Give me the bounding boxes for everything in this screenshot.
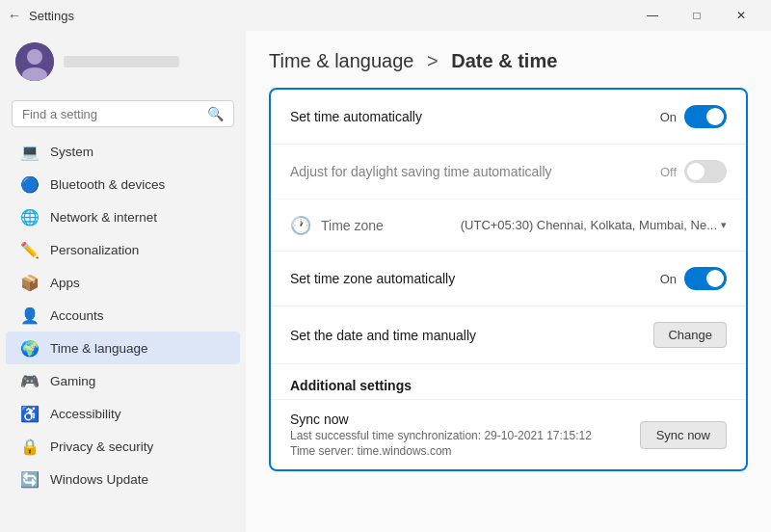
sidebar-item-apps[interactable]: 📦 Apps [6, 266, 240, 299]
sidebar-item-label-apps: Apps [50, 276, 80, 290]
sync-info: Sync now Last successful time synchroniz… [290, 412, 592, 458]
sidebar-item-network[interactable]: 🌐 Network & internet [6, 200, 240, 233]
timezone-label: Time zone [321, 218, 384, 233]
sidebar-item-time[interactable]: 🌍 Time & language [6, 332, 240, 364]
network-icon: 🌐 [21, 208, 39, 226]
sidebar-item-system[interactable]: 💻 System [6, 135, 240, 168]
update-icon: 🔄 [21, 470, 39, 488]
sidebar-item-label-accessibility: Accessibility [50, 407, 121, 421]
content-area: Time & language > Date & time Set time a… [246, 31, 771, 532]
timezone-value-text: (UTC+05:30) Chennai, Kolkata, Mumbai, Ne… [461, 218, 717, 232]
sync-title: Sync now [290, 412, 592, 427]
privacy-icon: 🔒 [21, 438, 39, 455]
toggle-knob-3 [706, 270, 724, 287]
timezone-icon: 🕐 [290, 215, 311, 236]
set-timezone-auto-label: Set time zone automatically [290, 271, 455, 286]
set-time-auto-right: On [652, 105, 727, 128]
sidebar-item-personalization[interactable]: ✏️ Personalization [6, 233, 240, 266]
set-time-auto-row: Set time automatically On [271, 90, 746, 145]
search-input[interactable] [22, 107, 201, 121]
back-icon[interactable]: ← [8, 8, 21, 23]
sidebar-item-label-system: System [50, 145, 93, 159]
app-title: Settings [29, 9, 74, 23]
user-profile [0, 31, 246, 93]
titlebar: ← Settings — □ ✕ [0, 0, 771, 31]
titlebar-left: ← Settings [8, 8, 74, 23]
set-time-auto-label: Set time automatically [290, 109, 422, 124]
set-timezone-auto-row: Set time zone automatically On [271, 252, 746, 306]
daylight-saving-right: Off [652, 160, 727, 183]
set-time-auto-toggle-label: On [652, 110, 677, 124]
settings-card: Set time automatically On Adjust for day… [269, 88, 748, 471]
daylight-saving-toggle[interactable] [684, 160, 727, 183]
apps-icon: 📦 [21, 274, 39, 291]
set-time-auto-toggle[interactable] [684, 105, 727, 128]
timezone-left: 🕐 Time zone [290, 215, 384, 236]
set-timezone-auto-toggle[interactable] [684, 267, 727, 290]
sidebar-item-label-accounts: Accounts [50, 308, 104, 323]
close-button[interactable]: ✕ [719, 0, 763, 31]
set-date-manual-right: Change [653, 322, 727, 348]
additional-settings-header: Additional settings [271, 364, 746, 399]
user-info [64, 56, 230, 67]
accessibility-icon: ♿ [21, 405, 39, 422]
breadcrumb-current: Date & time [451, 50, 557, 71]
time-icon: 🌍 [21, 339, 39, 357]
breadcrumb-parent: Time & language [269, 50, 413, 71]
nav-list: 💻 System 🔵 Bluetooth & devices 🌐 Network… [0, 135, 246, 495]
sync-detail-2: Time server: time.windows.com [290, 444, 592, 458]
chevron-down-icon: ▾ [721, 219, 727, 231]
timezone-row: 🕐 Time zone (UTC+05:30) Chennai, Kolkata… [271, 200, 746, 252]
toggle-knob [706, 108, 724, 125]
sidebar: 🔍 💻 System 🔵 Bluetooth & devices 🌐 Netwo… [0, 31, 246, 532]
system-icon: 💻 [21, 143, 39, 160]
sidebar-item-accessibility[interactable]: ♿ Accessibility [6, 397, 240, 430]
svg-point-1 [27, 49, 42, 65]
search-box[interactable]: 🔍 [12, 100, 234, 127]
daylight-saving-row: Adjust for daylight saving time automati… [271, 145, 746, 200]
sidebar-item-label-privacy: Privacy & security [50, 439, 153, 454]
sync-row: Sync now Last successful time synchroniz… [271, 399, 746, 469]
set-timezone-auto-toggle-label: On [652, 272, 677, 286]
set-date-manual-label: Set the date and time manually [290, 328, 476, 343]
daylight-saving-toggle-label: Off [652, 165, 677, 179]
breadcrumb-separator: > [427, 50, 439, 71]
sync-detail-1: Last successful time synchronization: 29… [290, 429, 592, 442]
sidebar-item-gaming[interactable]: 🎮 Gaming [6, 364, 240, 397]
sync-now-button[interactable]: Sync now [640, 421, 727, 449]
app-body: 🔍 💻 System 🔵 Bluetooth & devices 🌐 Netwo… [0, 31, 771, 532]
change-button[interactable]: Change [653, 322, 727, 348]
sidebar-item-update[interactable]: 🔄 Windows Update [6, 463, 240, 495]
titlebar-controls: — □ ✕ [630, 0, 763, 31]
sidebar-item-label-bluetooth: Bluetooth & devices [50, 177, 165, 192]
breadcrumb: Time & language > Date & time [269, 50, 748, 72]
bluetooth-icon: 🔵 [21, 175, 39, 193]
sidebar-item-label-update: Windows Update [50, 472, 148, 487]
sidebar-item-privacy[interactable]: 🔒 Privacy & security [6, 430, 240, 463]
search-icon: 🔍 [207, 106, 224, 121]
daylight-saving-label: Adjust for daylight saving time automati… [290, 164, 552, 179]
sidebar-item-accounts[interactable]: 👤 Accounts [6, 299, 240, 332]
personalization-icon: ✏️ [21, 241, 39, 258]
sidebar-item-bluetooth[interactable]: 🔵 Bluetooth & devices [6, 168, 240, 200]
sidebar-item-label-gaming: Gaming [50, 374, 95, 388]
set-date-manual-row: Set the date and time manually Change [271, 306, 746, 364]
toggle-knob-2 [687, 163, 705, 180]
sidebar-item-label-network: Network & internet [50, 210, 157, 225]
sidebar-item-label-time: Time & language [50, 341, 148, 356]
sidebar-item-label-personalization: Personalization [50, 243, 139, 257]
user-name [64, 56, 179, 67]
avatar [15, 42, 54, 81]
set-timezone-auto-right: On [652, 267, 727, 290]
maximize-button[interactable]: □ [675, 0, 719, 31]
timezone-value[interactable]: (UTC+05:30) Chennai, Kolkata, Mumbai, Ne… [461, 218, 727, 232]
gaming-icon: 🎮 [21, 372, 39, 389]
minimize-button[interactable]: — [630, 0, 675, 31]
accounts-icon: 👤 [21, 306, 39, 324]
